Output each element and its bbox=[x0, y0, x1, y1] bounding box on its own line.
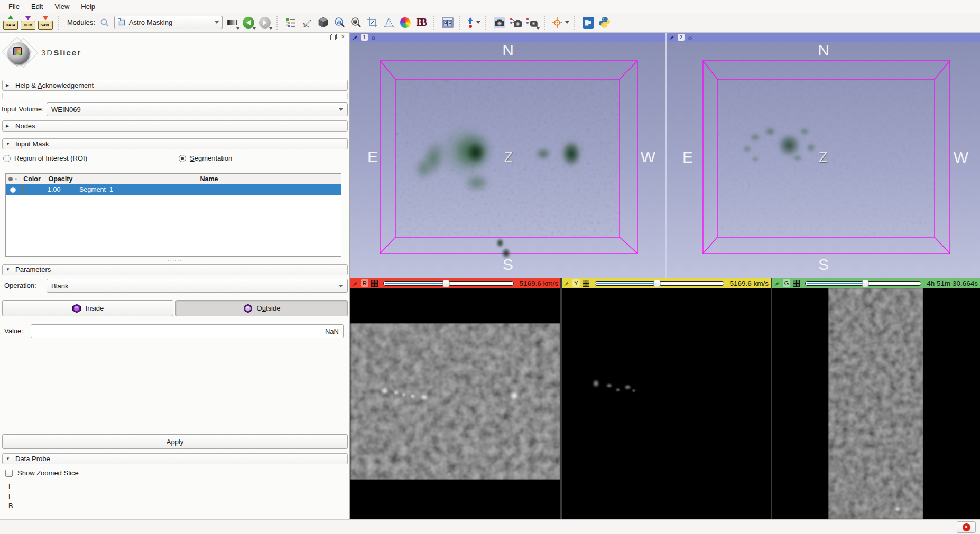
green-slice-view[interactable]: G 4h 51m 30.664s bbox=[772, 278, 980, 519]
crop-volume-button[interactable] bbox=[366, 15, 380, 31]
module-search-button[interactable] bbox=[98, 15, 112, 31]
outside-button[interactable]: Outside bbox=[175, 300, 348, 316]
bb-module-button[interactable]: BB bbox=[415, 15, 429, 31]
section-nodes[interactable]: ▶ Nodes bbox=[2, 120, 348, 132]
magnifier-chart-icon bbox=[334, 17, 345, 28]
slice-offset-slider[interactable] bbox=[595, 281, 724, 286]
crosshair-button[interactable] bbox=[551, 15, 569, 31]
slice-offset-slider[interactable] bbox=[805, 281, 921, 286]
slice-crosshair-icon[interactable] bbox=[793, 280, 800, 287]
green-slice-image[interactable] bbox=[772, 288, 980, 519]
visibility-column-icon bbox=[8, 177, 13, 181]
toolbar-separator bbox=[574, 16, 577, 30]
volume-rendering-button[interactable] bbox=[317, 15, 330, 31]
section-label: Parameters bbox=[15, 266, 51, 274]
roi-radio[interactable]: Region of Interest (ROI) bbox=[3, 154, 87, 162]
search-plot-button[interactable] bbox=[333, 15, 347, 31]
orientation-label-s: S bbox=[818, 256, 829, 274]
module-history-button[interactable] bbox=[225, 15, 239, 31]
menu-help[interactable]: Help bbox=[76, 2, 100, 12]
color-maps-button[interactable] bbox=[399, 15, 412, 31]
slider-handle[interactable] bbox=[862, 280, 869, 287]
input-volume-combobox[interactable]: WEIN069 bbox=[47, 102, 348, 116]
layout-selector-button[interactable] bbox=[441, 15, 455, 31]
checkbox-icon bbox=[5, 470, 13, 477]
section-input-mask[interactable]: ▼ Input Mask bbox=[2, 138, 348, 149]
save-icon bbox=[43, 16, 48, 20]
segment-visibility-icon[interactable] bbox=[10, 187, 16, 193]
screenshot-button[interactable] bbox=[493, 15, 506, 31]
section-label: Input Mask bbox=[15, 140, 49, 148]
save-button[interactable]: SAVE bbox=[38, 15, 53, 31]
segment-opacity-value[interactable]: 1.00 bbox=[44, 186, 77, 193]
value-field[interactable]: NaN bbox=[31, 324, 344, 338]
forward-button[interactable] bbox=[258, 15, 272, 31]
section-parameters[interactable]: ▼ Parameters bbox=[2, 264, 348, 275]
extensions-manager-button[interactable] bbox=[581, 15, 595, 31]
section-data-probe[interactable]: ▼ Data Probe bbox=[2, 453, 348, 464]
annotations-button[interactable] bbox=[300, 15, 314, 31]
menu-bar: File Edit View Help bbox=[0, 0, 980, 13]
section-help-acknowledgement[interactable]: ▶ Help & Acknowledgement bbox=[2, 80, 348, 91]
yellow-slice-view[interactable]: Y 5169.6 km/s bbox=[562, 278, 771, 519]
module-list-button[interactable] bbox=[284, 15, 298, 31]
slice-crosshair-icon[interactable] bbox=[583, 280, 589, 287]
slice-letter-badge[interactable]: G bbox=[783, 279, 790, 287]
scene-views-menu-button[interactable] bbox=[525, 15, 539, 31]
dicom-button[interactable]: DCM bbox=[21, 15, 35, 31]
show-zoomed-slice-label: Show Zoomed Slice bbox=[17, 469, 79, 477]
show-zoomed-slice-checkbox[interactable]: Show Zoomed Slice bbox=[5, 469, 79, 477]
view-label[interactable]: 2 bbox=[678, 34, 685, 41]
view-controls-icon[interactable]: ☼ bbox=[371, 34, 376, 41]
operation-combobox[interactable]: Blank bbox=[47, 279, 348, 293]
error-log-button[interactable]: × bbox=[957, 521, 976, 533]
slice-noise-band bbox=[828, 288, 923, 519]
segment-color-swatch[interactable] bbox=[22, 185, 23, 194]
menu-edit[interactable]: Edit bbox=[26, 2, 48, 12]
segmentation-radio[interactable]: Segmentation bbox=[179, 154, 232, 162]
segment-row[interactable]: 1.00 Segment_1 bbox=[6, 184, 341, 195]
menu-view[interactable]: View bbox=[49, 2, 75, 12]
module-selector[interactable]: Astro Masking bbox=[114, 16, 223, 29]
orientation-label-n: N bbox=[818, 41, 829, 59]
threed-view-1[interactable]: 1 ☼ bbox=[350, 33, 665, 278]
view-controls-icon[interactable]: ☼ bbox=[687, 34, 693, 41]
slider-handle[interactable] bbox=[442, 280, 449, 287]
pin-icon[interactable] bbox=[774, 280, 780, 286]
pencil-icon bbox=[302, 17, 312, 28]
search-volume-button[interactable] bbox=[349, 15, 363, 31]
gaussian-fit-button[interactable] bbox=[382, 15, 396, 31]
pin-icon[interactable] bbox=[353, 34, 358, 40]
pin-icon[interactable] bbox=[353, 280, 358, 286]
python-console-button[interactable] bbox=[598, 15, 612, 31]
pin-icon[interactable] bbox=[669, 34, 675, 40]
slice-crosshair-icon[interactable] bbox=[371, 280, 378, 287]
back-button[interactable] bbox=[242, 15, 255, 31]
apply-button[interactable]: Apply bbox=[2, 434, 348, 449]
threed-viewport-2[interactable]: N E Z W S bbox=[667, 42, 980, 278]
red-slice-view[interactable]: R 5169.6 km/s bbox=[350, 278, 560, 519]
resize-handle[interactable]: ...... bbox=[0, 257, 350, 262]
slice-offset-slider[interactable] bbox=[383, 281, 514, 286]
threed-view-2[interactable]: 2 ☼ bbox=[667, 33, 980, 278]
segment-name[interactable]: Segment_1 bbox=[77, 186, 341, 193]
inside-button[interactable]: Inside bbox=[2, 300, 173, 316]
menu-file[interactable]: File bbox=[3, 2, 25, 12]
module-selector-value: Astro Masking bbox=[129, 18, 211, 26]
red-slice-image[interactable] bbox=[350, 288, 560, 519]
orientation-label-w: W bbox=[641, 148, 655, 166]
scene-view-button[interactable] bbox=[509, 15, 523, 31]
slice-letter-badge[interactable]: R bbox=[361, 279, 368, 287]
back-arrow-icon bbox=[243, 17, 254, 29]
load-data-button[interactable]: DATA bbox=[3, 15, 18, 31]
close-panel-icon[interactable]: × bbox=[340, 34, 346, 40]
slice-letter-badge[interactable]: Y bbox=[572, 279, 580, 287]
yellow-slice-image[interactable] bbox=[562, 288, 771, 519]
threed-view-1-header: 1 ☼ bbox=[350, 33, 665, 42]
float-panel-icon[interactable] bbox=[330, 34, 337, 40]
markups-button[interactable] bbox=[467, 15, 480, 31]
pin-icon[interactable] bbox=[564, 280, 570, 286]
threed-viewport-1[interactable]: N E Z W S bbox=[350, 42, 665, 278]
view-label[interactable]: 1 bbox=[361, 34, 368, 41]
slider-handle[interactable] bbox=[653, 280, 660, 287]
